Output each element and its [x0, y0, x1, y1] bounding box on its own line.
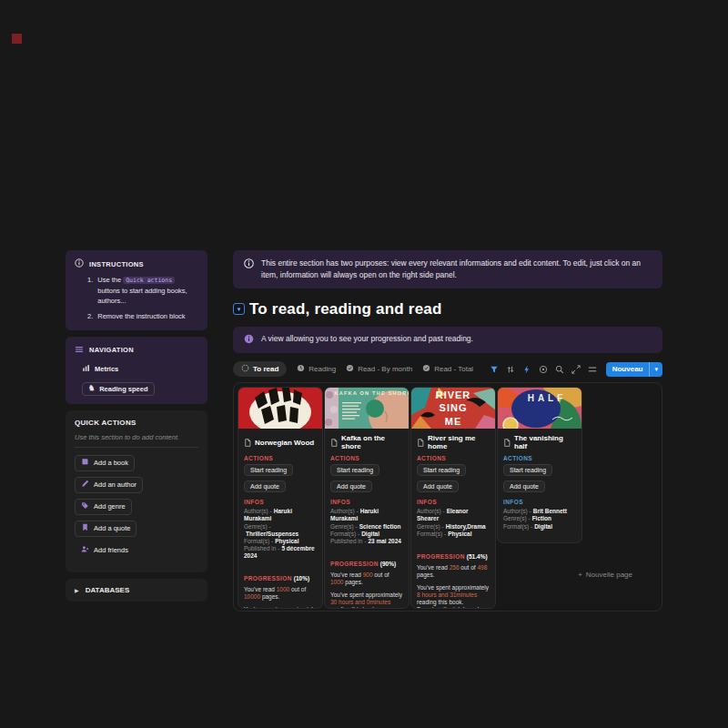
progress-spent: You've spent approximately 30 hours and …	[330, 592, 403, 608]
infos-label: INFOS	[503, 499, 576, 505]
page-icon	[503, 434, 511, 450]
info-genre: Genre(s) -History,Drama	[417, 523, 490, 531]
toolbar-icons: Nouveau ▾	[490, 362, 662, 377]
infos-label: INFOS	[417, 499, 490, 505]
progress-read: You've read 900 out of 1000 pages.	[330, 571, 403, 586]
info-format: Format(s) -Physical	[244, 538, 317, 545]
plus-icon: +	[578, 571, 582, 579]
pen-icon	[81, 480, 89, 490]
add-quote-button[interactable]: Add quote	[503, 480, 545, 492]
info-genre: Genre(s) -Thriller/Suspenses	[244, 523, 317, 538]
svg-text:SING: SING	[440, 402, 468, 413]
caret-right-icon: ▶	[75, 587, 79, 593]
tab-read-by-month[interactable]: Read - By month	[346, 364, 412, 374]
book-card-kafka-on-the-shore[interactable]: KAFKA ON THE SHORE Kafka on the shore AC…	[325, 388, 409, 608]
page-icon	[244, 434, 251, 450]
cover-art-norwegian-wood	[238, 388, 322, 429]
expand-icon[interactable]	[571, 365, 581, 374]
info-format: Format(s) -Digital	[503, 523, 576, 531]
info-genre: Genre(s) -Fiction	[503, 515, 576, 522]
databases-title: DATABASES	[86, 586, 130, 594]
svg-text:ME: ME	[445, 416, 462, 427]
instructions-block: INSTRUCTIONS 1. Use the Quick actions bu…	[66, 250, 207, 330]
book-card-norwegian-wood[interactable]: Norwegian Wood ACTIONS Start reading Add…	[238, 388, 322, 608]
tag-icon	[81, 501, 89, 511]
info-author: Author(s) -Brit Bennett	[503, 508, 576, 515]
start-reading-button[interactable]: Start reading	[244, 464, 293, 476]
start-reading-button[interactable]: Start reading	[417, 464, 466, 476]
search-icon[interactable]	[555, 365, 564, 374]
circle-status-icon	[241, 364, 249, 374]
horse-icon: ♞	[88, 385, 95, 392]
book-card-river-sing-me-home[interactable]: RIVER SING ME River sing me home ACTIONS	[411, 388, 495, 608]
start-reading-button[interactable]: Start reading	[330, 464, 379, 476]
progress-read: You've read 1000 out of 10000 pages.	[244, 586, 317, 601]
check-circle-icon	[346, 364, 354, 374]
actions-label: ACTIONS	[330, 455, 403, 461]
chevron-down-icon: ▾	[238, 306, 241, 313]
target-icon[interactable]	[539, 365, 548, 374]
add-friends-button[interactable]: Add friends	[75, 542, 135, 559]
book-title[interactable]: The vanishing half	[503, 434, 576, 450]
progress-read: You've read 256 out of 498 pages.	[417, 564, 490, 579]
bookmark-icon	[81, 523, 89, 533]
add-quote-button[interactable]: Add quote	[244, 480, 286, 492]
chevron-down-icon: ▾	[654, 366, 658, 373]
view-info-callout: A view allowing you to see your progress…	[233, 327, 662, 354]
divider	[75, 447, 198, 448]
tab-to-read[interactable]: To read	[233, 361, 287, 377]
book-title[interactable]: Kafka on the shore	[330, 434, 403, 450]
new-button[interactable]: Nouveau ▾	[606, 362, 662, 377]
tab-reading[interactable]: Reading	[297, 364, 336, 374]
progress-estimate: Based on the total number of pages, it s…	[417, 606, 490, 608]
tab-read-total[interactable]: Read - Total	[422, 364, 473, 374]
infos-label: INFOS	[330, 499, 403, 505]
lightning-icon[interactable]	[522, 365, 531, 374]
sort-icon[interactable]	[506, 365, 515, 374]
inline-code-quick-actions: Quick actions	[123, 277, 175, 284]
quick-actions-title: QUICK ACTIONS	[75, 419, 136, 427]
progression-label: PROGRESSION(90%)	[330, 553, 403, 570]
actions-label: ACTIONS	[417, 455, 490, 461]
filter-icon[interactable]	[490, 365, 499, 374]
collection-toolbar: To read Reading Read - By month Read - T…	[233, 361, 662, 377]
nav-link-metrics[interactable]: Metrics	[82, 364, 118, 374]
top-info-callout: This entire section has two purposes: vi…	[233, 250, 662, 288]
new-button-dropdown[interactable]: ▾	[649, 362, 662, 377]
toggle-heading-button[interactable]: ▾	[233, 303, 245, 315]
new-page-button[interactable]: + Nouvelle page	[578, 571, 632, 579]
progression-label: PROGRESSION(51.4%)	[417, 546, 490, 562]
navigation-block: NAVIGATION Metrics ♞ Reading speed	[66, 337, 207, 404]
page-icon	[330, 434, 338, 450]
book-title[interactable]: Norwegian Wood	[244, 434, 317, 450]
clock-icon	[297, 364, 305, 374]
top-callout-text: This entire section has two purposes: vi…	[261, 258, 652, 281]
book-title[interactable]: River sing me home	[417, 434, 490, 450]
add-quote-button-sidebar[interactable]: Add a quote	[75, 521, 136, 537]
add-author-button[interactable]: Add an author	[75, 477, 143, 493]
instruction-item-2: 2. Remove the instruction block	[87, 311, 198, 321]
actions-label: ACTIONS	[503, 455, 576, 461]
databases-toggle[interactable]: ▶ DATABASES	[66, 579, 207, 602]
quick-actions-subtitle: Use this section to do add content.	[75, 433, 198, 441]
view-tabs: To read Reading Read - By month Read - T…	[233, 361, 473, 377]
add-quote-button[interactable]: Add quote	[417, 480, 459, 492]
tag-icon-button[interactable]: Add genre	[75, 499, 132, 515]
book-card-the-vanishing-half[interactable]: HALF The vanishing half ACTIONS Start re…	[498, 388, 581, 542]
page-icon	[417, 434, 424, 450]
add-book-button[interactable]: Add a book	[75, 455, 135, 471]
info-icon	[244, 258, 254, 281]
menu-icon[interactable]	[588, 365, 597, 374]
instruction-item-1: 1. Use the Quick actions buttons to star…	[87, 275, 198, 306]
progress-spent: You've spent approximately 8 hours and 3…	[417, 584, 490, 606]
nav-link-reading-speed[interactable]: ♞ Reading speed	[82, 382, 155, 396]
person-plus-icon	[81, 545, 89, 555]
cover-art-kafka-on-the-shore: KAFKA ON THE SHORE	[325, 388, 409, 429]
info-author: Author(s) -Haruki Murakami	[330, 508, 403, 522]
add-quote-button[interactable]: Add quote	[330, 480, 372, 492]
page-title: To read, reading and read	[249, 300, 442, 318]
start-reading-button[interactable]: Start reading	[503, 464, 552, 476]
gallery-view: Norwegian Wood ACTIONS Start reading Add…	[233, 382, 662, 612]
red-square-marker	[12, 34, 22, 44]
bar-chart-icon	[82, 364, 90, 374]
